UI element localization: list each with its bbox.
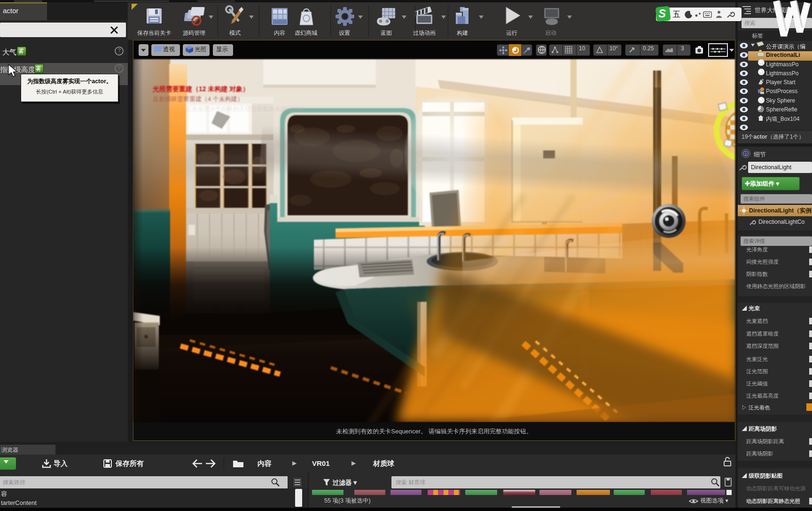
svg-text:正在使用大气组件的天空需要重建来进行控制: 正在使用大气组件的天空需要重建来进行控制	[186, 106, 304, 112]
svg-text:反射捕获需要重建（4 个未构建）: 反射捕获需要重建（4 个未构建）	[153, 95, 243, 102]
svg-text:光照需要重建（12 未构建 对象）: 光照需要重建（12 未构建 对象）	[152, 85, 249, 93]
